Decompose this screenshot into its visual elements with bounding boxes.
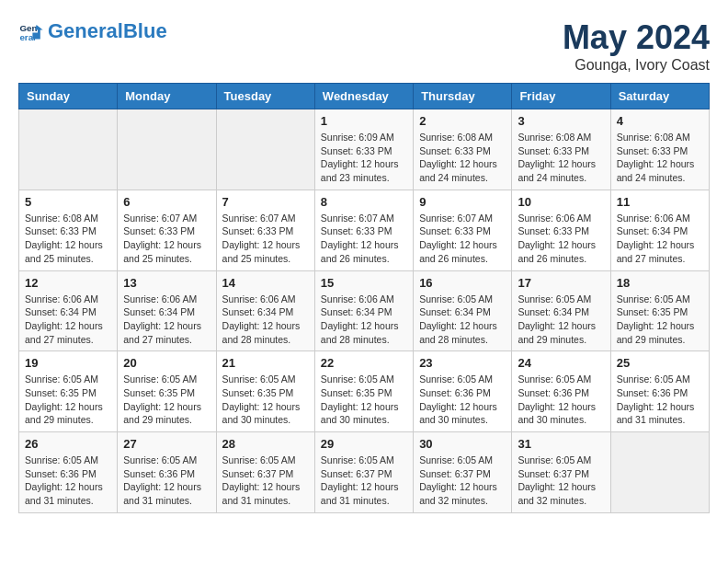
day-info: Sunrise: 6:08 AM Sunset: 6:33 PM Dayligh… — [25, 212, 111, 266]
day-number: 17 — [518, 276, 604, 290]
calendar-cell: 20Sunrise: 6:05 AM Sunset: 6:35 PM Dayli… — [118, 351, 216, 432]
day-number: 10 — [518, 195, 604, 209]
calendar-cell: 4Sunrise: 6:08 AM Sunset: 6:33 PM Daylig… — [610, 109, 709, 190]
calendar-cell: 7Sunrise: 6:07 AM Sunset: 6:33 PM Daylig… — [216, 190, 314, 270]
calendar-cell — [19, 109, 118, 190]
calendar-cell: 27Sunrise: 6:05 AM Sunset: 6:36 PM Dayli… — [118, 432, 216, 513]
day-info: Sunrise: 6:05 AM Sunset: 6:37 PM Dayligh… — [321, 454, 407, 508]
day-info: Sunrise: 6:05 AM Sunset: 6:36 PM Dayligh… — [518, 373, 604, 427]
day-info: Sunrise: 6:05 AM Sunset: 6:35 PM Dayligh… — [222, 373, 309, 427]
day-info: Sunrise: 6:06 AM Sunset: 6:34 PM Dayligh… — [25, 293, 111, 347]
day-number: 1 — [321, 114, 407, 128]
calendar-cell: 30Sunrise: 6:05 AM Sunset: 6:37 PM Dayli… — [414, 432, 512, 513]
day-number: 8 — [321, 195, 407, 209]
calendar-cell: 10Sunrise: 6:06 AM Sunset: 6:33 PM Dayli… — [512, 190, 610, 270]
day-info: Sunrise: 6:05 AM Sunset: 6:36 PM Dayligh… — [419, 373, 506, 427]
day-info: Sunrise: 6:06 AM Sunset: 6:34 PM Dayligh… — [222, 293, 309, 347]
calendar-week-row: 26Sunrise: 6:05 AM Sunset: 6:36 PM Dayli… — [19, 432, 710, 513]
day-number: 18 — [617, 276, 703, 290]
day-number: 9 — [419, 195, 506, 209]
calendar-cell: 12Sunrise: 6:06 AM Sunset: 6:34 PM Dayli… — [19, 270, 118, 351]
day-number: 26 — [25, 437, 111, 451]
calendar-cell: 21Sunrise: 6:05 AM Sunset: 6:35 PM Dayli… — [216, 351, 314, 432]
calendar-cell: 17Sunrise: 6:05 AM Sunset: 6:34 PM Dayli… — [512, 270, 610, 351]
day-number: 15 — [321, 276, 407, 290]
day-info: Sunrise: 6:09 AM Sunset: 6:33 PM Dayligh… — [321, 131, 407, 185]
day-number: 14 — [222, 276, 309, 290]
day-info: Sunrise: 6:05 AM Sunset: 6:36 PM Dayligh… — [25, 454, 111, 508]
day-number: 12 — [25, 276, 111, 290]
day-info: Sunrise: 6:08 AM Sunset: 6:33 PM Dayligh… — [518, 131, 604, 185]
calendar-cell: 24Sunrise: 6:05 AM Sunset: 6:36 PM Dayli… — [512, 351, 610, 432]
day-number: 22 — [321, 356, 407, 370]
calendar-cell: 9Sunrise: 6:07 AM Sunset: 6:33 PM Daylig… — [414, 190, 512, 270]
day-number: 16 — [419, 276, 506, 290]
day-info: Sunrise: 6:06 AM Sunset: 6:34 PM Dayligh… — [321, 293, 407, 347]
day-info: Sunrise: 6:06 AM Sunset: 6:34 PM Dayligh… — [123, 293, 210, 347]
day-number: 23 — [419, 356, 506, 370]
day-info: Sunrise: 6:05 AM Sunset: 6:35 PM Dayligh… — [25, 373, 111, 427]
day-info: Sunrise: 6:06 AM Sunset: 6:33 PM Dayligh… — [518, 212, 604, 266]
header: Gen eral GeneralBlue May 2024 Gounga, Iv… — [18, 18, 710, 74]
day-number: 3 — [518, 114, 604, 128]
calendar-cell: 2Sunrise: 6:08 AM Sunset: 6:33 PM Daylig… — [414, 109, 512, 190]
calendar-week-row: 12Sunrise: 6:06 AM Sunset: 6:34 PM Dayli… — [19, 270, 710, 351]
day-info: Sunrise: 6:05 AM Sunset: 6:36 PM Dayligh… — [617, 373, 703, 427]
day-number: 6 — [123, 195, 210, 209]
weekday-header-thursday: Thursday — [414, 84, 512, 109]
calendar-cell: 15Sunrise: 6:06 AM Sunset: 6:34 PM Dayli… — [314, 270, 413, 351]
calendar-cell — [216, 109, 314, 190]
day-number: 11 — [617, 195, 703, 209]
day-number: 25 — [617, 356, 703, 370]
calendar-cell: 18Sunrise: 6:05 AM Sunset: 6:35 PM Dayli… — [610, 270, 709, 351]
logo-text: GeneralBlue — [48, 21, 167, 41]
calendar-cell: 29Sunrise: 6:05 AM Sunset: 6:37 PM Dayli… — [314, 432, 413, 513]
logo-icon: Gen eral — [18, 18, 44, 44]
calendar-cell: 11Sunrise: 6:06 AM Sunset: 6:34 PM Dayli… — [610, 190, 709, 270]
day-info: Sunrise: 6:07 AM Sunset: 6:33 PM Dayligh… — [123, 212, 210, 266]
weekday-header-monday: Monday — [118, 84, 216, 109]
day-info: Sunrise: 6:05 AM Sunset: 6:34 PM Dayligh… — [518, 293, 604, 347]
day-number: 28 — [222, 437, 309, 451]
day-info: Sunrise: 6:07 AM Sunset: 6:33 PM Dayligh… — [321, 212, 407, 266]
calendar-cell: 1Sunrise: 6:09 AM Sunset: 6:33 PM Daylig… — [314, 109, 413, 190]
weekday-header-sunday: Sunday — [19, 84, 118, 109]
calendar-cell: 13Sunrise: 6:06 AM Sunset: 6:34 PM Dayli… — [118, 270, 216, 351]
day-number: 19 — [25, 356, 111, 370]
title-block: May 2024 Gounga, Ivory Coast — [563, 18, 710, 74]
day-info: Sunrise: 6:05 AM Sunset: 6:35 PM Dayligh… — [321, 373, 407, 427]
calendar-week-row: 19Sunrise: 6:05 AM Sunset: 6:35 PM Dayli… — [19, 351, 710, 432]
calendar-subtitle: Gounga, Ivory Coast — [563, 57, 710, 74]
weekday-header-saturday: Saturday — [610, 84, 709, 109]
calendar-cell: 3Sunrise: 6:08 AM Sunset: 6:33 PM Daylig… — [512, 109, 610, 190]
calendar-cell: 14Sunrise: 6:06 AM Sunset: 6:34 PM Dayli… — [216, 270, 314, 351]
calendar-week-row: 1Sunrise: 6:09 AM Sunset: 6:33 PM Daylig… — [19, 109, 710, 190]
calendar-title: May 2024 — [563, 18, 710, 57]
day-info: Sunrise: 6:08 AM Sunset: 6:33 PM Dayligh… — [617, 131, 703, 185]
calendar-cell: 16Sunrise: 6:05 AM Sunset: 6:34 PM Dayli… — [414, 270, 512, 351]
day-info: Sunrise: 6:08 AM Sunset: 6:33 PM Dayligh… — [419, 131, 506, 185]
day-number: 2 — [419, 114, 506, 128]
day-number: 13 — [123, 276, 210, 290]
calendar-week-row: 5Sunrise: 6:08 AM Sunset: 6:33 PM Daylig… — [19, 190, 710, 270]
day-info: Sunrise: 6:05 AM Sunset: 6:37 PM Dayligh… — [518, 454, 604, 508]
day-number: 30 — [419, 437, 506, 451]
calendar-cell: 26Sunrise: 6:05 AM Sunset: 6:36 PM Dayli… — [19, 432, 118, 513]
day-info: Sunrise: 6:05 AM Sunset: 6:37 PM Dayligh… — [419, 454, 506, 508]
calendar-cell — [610, 432, 709, 513]
calendar-cell: 5Sunrise: 6:08 AM Sunset: 6:33 PM Daylig… — [19, 190, 118, 270]
day-number: 27 — [123, 437, 210, 451]
calendar-cell: 28Sunrise: 6:05 AM Sunset: 6:37 PM Dayli… — [216, 432, 314, 513]
day-number: 5 — [25, 195, 111, 209]
day-info: Sunrise: 6:05 AM Sunset: 6:36 PM Dayligh… — [123, 454, 210, 508]
day-number: 4 — [617, 114, 703, 128]
calendar-cell: 25Sunrise: 6:05 AM Sunset: 6:36 PM Dayli… — [610, 351, 709, 432]
day-number: 7 — [222, 195, 309, 209]
day-number: 20 — [123, 356, 210, 370]
day-info: Sunrise: 6:07 AM Sunset: 6:33 PM Dayligh… — [222, 212, 309, 266]
calendar-cell: 8Sunrise: 6:07 AM Sunset: 6:33 PM Daylig… — [314, 190, 413, 270]
logo: Gen eral GeneralBlue — [18, 18, 167, 44]
day-info: Sunrise: 6:05 AM Sunset: 6:37 PM Dayligh… — [222, 454, 309, 508]
day-info: Sunrise: 6:05 AM Sunset: 6:35 PM Dayligh… — [123, 373, 210, 427]
day-number: 24 — [518, 356, 604, 370]
